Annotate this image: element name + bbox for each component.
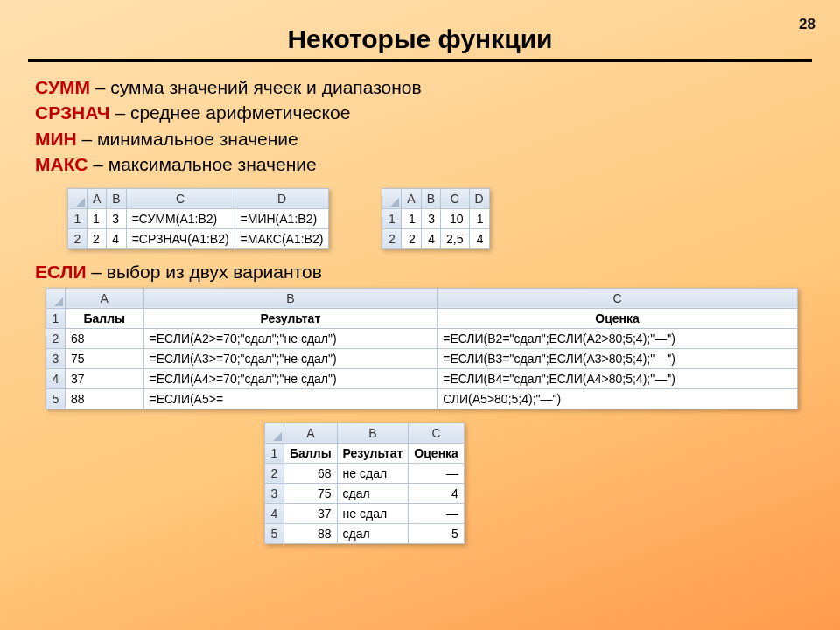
function-definitions: СУММ – сумма значений ячеек и диапазонов… bbox=[35, 74, 812, 178]
cell: 1 bbox=[402, 208, 421, 228]
esli-fn: ЕСЛИ bbox=[35, 262, 86, 282]
cell: 4 bbox=[409, 483, 465, 503]
function-desc: – минимальное значение bbox=[77, 129, 298, 149]
cell: 68 bbox=[66, 328, 144, 348]
cell: 75 bbox=[284, 483, 338, 503]
cell: 1 bbox=[88, 208, 107, 228]
cell: сдал bbox=[337, 483, 409, 503]
row-header: 1 bbox=[265, 443, 284, 463]
cell: =ЕСЛИ(A3>=70;"сдал";"не сдал") bbox=[144, 348, 438, 368]
function-desc: – сумма значений ячеек и диапазонов bbox=[90, 77, 422, 97]
col-header: C bbox=[438, 288, 798, 308]
cell: =МИН(A1:B2) bbox=[234, 208, 329, 228]
col-header: D bbox=[234, 188, 329, 208]
row-header: 1 bbox=[46, 308, 66, 328]
cell: 4 bbox=[107, 228, 126, 248]
col-header: C bbox=[409, 423, 465, 443]
cell: 2,5 bbox=[441, 228, 469, 248]
cell: 37 bbox=[66, 368, 144, 388]
col-header: B bbox=[337, 423, 409, 443]
title-underline bbox=[28, 60, 812, 62]
cell: 37 bbox=[284, 503, 338, 523]
cell: =ЕСЛИ(A5>= bbox=[144, 388, 438, 409]
function-desc: – среднее арифметическое bbox=[110, 102, 351, 122]
header-cell: Баллы bbox=[284, 443, 338, 463]
cell: =ЕСЛИ(B4="сдал";ЕСЛИ(A4>80;5;4);"—") bbox=[438, 368, 798, 388]
esli-desc: – выбор из двух вариантов bbox=[86, 262, 321, 282]
formula-table: ABCD113=СУММ(A1:B2)=МИН(A1:B2)224=СРЗНАЧ… bbox=[67, 188, 329, 249]
esli-formula-table: ABC1БаллыРезультатОценка268=ЕСЛИ(A2>=70;… bbox=[46, 288, 798, 410]
header-cell: Баллы bbox=[66, 308, 144, 328]
row-header: 3 bbox=[46, 348, 66, 368]
header-cell: Результат bbox=[337, 443, 409, 463]
function-name: МИН bbox=[35, 129, 77, 149]
col-header: A bbox=[284, 423, 338, 443]
page-number: 28 bbox=[799, 16, 816, 33]
function-name: МАКС bbox=[35, 154, 88, 174]
cell: =ЕСЛИ(A4>=70;"сдал";"не сдал") bbox=[144, 368, 438, 388]
cell: 4 bbox=[421, 228, 440, 248]
col-header: B bbox=[421, 188, 440, 208]
header-cell: Результат bbox=[144, 308, 438, 328]
col-header: C bbox=[441, 188, 469, 208]
cell: =ЕСЛИ(B3="сдал";ЕСЛИ(A3>80;5;4);"—") bbox=[438, 348, 798, 368]
cell: =ЕСЛИ(A2>=70;"сдал";"не сдал") bbox=[144, 328, 438, 348]
cell: 4 bbox=[469, 228, 489, 248]
cell: =МАКС(A1:B2) bbox=[234, 228, 329, 248]
col-header: A bbox=[66, 288, 144, 308]
cell: 3 bbox=[421, 208, 440, 228]
col-header: A bbox=[402, 188, 421, 208]
cell: не сдал bbox=[337, 503, 409, 523]
row-header: 2 bbox=[265, 463, 284, 483]
header-cell: Оценка bbox=[409, 443, 465, 463]
cell: 2 bbox=[402, 228, 421, 248]
cell: =СРЗНАЧ(A1:B2) bbox=[126, 228, 234, 248]
cell: 5 bbox=[409, 523, 465, 543]
esli-result-table: ABC1БаллыРезультатОценка268не сдал—375сд… bbox=[264, 423, 465, 544]
col-header: B bbox=[144, 288, 438, 308]
col-header: A bbox=[88, 188, 107, 208]
cell: — bbox=[409, 463, 465, 483]
cell: 1 bbox=[469, 208, 489, 228]
row-header: 2 bbox=[46, 328, 66, 348]
cell: не сдал bbox=[337, 463, 409, 483]
esli-definition: ЕСЛИ – выбор из двух вариантов bbox=[35, 262, 812, 283]
row-header: 4 bbox=[46, 368, 66, 388]
cell: 3 bbox=[107, 208, 126, 228]
row-header: 3 bbox=[265, 483, 284, 503]
header-cell: Оценка bbox=[438, 308, 798, 328]
row-header: 2 bbox=[382, 228, 402, 248]
row-header: 5 bbox=[265, 523, 284, 543]
col-header: C bbox=[126, 188, 234, 208]
cell: СЛИ(A5>80;5;4);"—") bbox=[438, 388, 798, 409]
row-header: 1 bbox=[382, 208, 402, 228]
row-header: 4 bbox=[265, 503, 284, 523]
cell: 10 bbox=[441, 208, 469, 228]
row-header: 2 bbox=[68, 228, 88, 248]
cell: 75 bbox=[66, 348, 144, 368]
function-desc: – максимальное значение bbox=[88, 154, 316, 174]
cell: 88 bbox=[284, 523, 338, 543]
cell: =СУММ(A1:B2) bbox=[126, 208, 234, 228]
cell: сдал bbox=[337, 523, 409, 543]
cell: 2 bbox=[88, 228, 107, 248]
cell: =ЕСЛИ(B2="сдал";ЕСЛИ(A2>80;5;4);"—") bbox=[438, 328, 798, 348]
cell: 88 bbox=[66, 388, 144, 409]
row-header: 5 bbox=[46, 388, 66, 409]
cell: 68 bbox=[284, 463, 338, 483]
function-name: СУММ bbox=[35, 77, 90, 97]
page-title: Некоторые функции bbox=[28, 24, 812, 54]
col-header: B bbox=[107, 188, 126, 208]
col-header: D bbox=[469, 188, 489, 208]
cell: — bbox=[409, 503, 465, 523]
row-header: 1 bbox=[68, 208, 88, 228]
function-name: СРЗНАЧ bbox=[35, 102, 110, 122]
result-table: ABCD1131012242,54 bbox=[382, 188, 489, 249]
